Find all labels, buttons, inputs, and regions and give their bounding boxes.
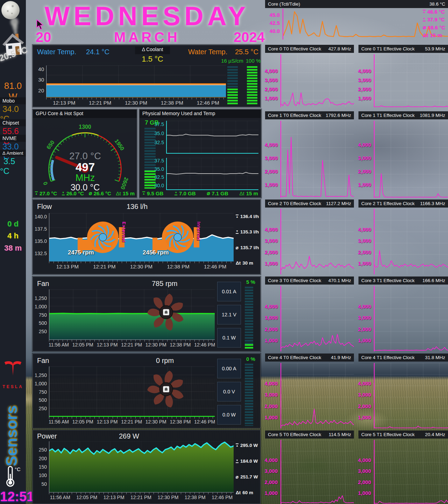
- min-icon: ▼: [423, 18, 426, 21]
- power-x-axis: 11:56 AM12:05 PM12:13 PM12:21 PM12:30 PM…: [47, 495, 236, 500]
- power-stat-max-value: 295.0 W: [240, 443, 258, 448]
- x-tick-label: 12:05 PM: [72, 342, 93, 348]
- fan1-duty-label: 5 %: [242, 279, 259, 285]
- sensors-label: Sensors: [3, 410, 20, 466]
- flow-panel: Flow 136 l/h 140.0137.5135.0132.5 12:13 …: [33, 200, 261, 274]
- avg-icon: ⌀: [89, 190, 92, 196]
- thermo-unit: °C: [15, 466, 21, 472]
- tctl-stat-avg-value: 38.6 °C: [428, 24, 445, 30]
- x-tick-label: 12:05 PM: [72, 419, 93, 425]
- x-tick-label: 12:30 PM: [157, 495, 178, 500]
- tctl-stat-max-value: 46.6 °C: [427, 9, 445, 15]
- y-tick-label: 30: [38, 77, 44, 83]
- pump-external-label: External: [121, 222, 127, 242]
- power-y-axis: 25020015010050: [33, 441, 48, 492]
- x-tick-label: 12:46 PM: [194, 342, 215, 348]
- delta-t-icon: Δt: [240, 190, 244, 196]
- y-tick-label: 137.5: [35, 226, 47, 232]
- min-icon: ▼: [175, 191, 177, 195]
- ambient-label: Δ Ambient: [0, 150, 26, 156]
- memory-stat-min: ▼7.0 GB: [175, 190, 195, 196]
- fan1-power: 0.1 W: [222, 335, 236, 341]
- fan1-voltage: 12.1 V: [222, 312, 236, 317]
- flow-stats: ▲136.4 l/h ▼135.3 l/h ⌀135.7 l/h Δt30 m: [236, 214, 260, 266]
- min-icon: ▼: [236, 230, 239, 234]
- min-icon: ▼: [62, 191, 65, 195]
- led-lit: [247, 66, 257, 105]
- avg-icon: ⌀: [423, 24, 426, 30]
- chipset-label: Chipset: [0, 119, 26, 126]
- avg-icon: ⌀: [236, 245, 239, 250]
- flow-stat-max: ▲136.4 l/h: [236, 214, 260, 219]
- power-title: Power: [37, 432, 57, 440]
- mouse-cursor: [36, 20, 44, 31]
- fan1-y-axis: 1,2501,000750500250: [33, 289, 48, 340]
- fan1-x-axis: 11:56 AM12:05 PM12:13 PM12:21 PM12:30 PM…: [47, 342, 217, 348]
- coolant-delta-label: Δ Coolant: [135, 47, 170, 54]
- water-x-axis: 12:13 PM12:21 PM12:30 PM12:38 PM12:46 PM: [46, 100, 226, 106]
- x-tick-label: 12:38 PM: [170, 419, 191, 425]
- x-tick-label: 12:46 PM: [204, 264, 226, 270]
- gpu-stats-row: ▲27.0 °C ▼26.0 °C ⌀26.6 °C Δt15 m: [35, 190, 135, 196]
- x-tick-label: 12:05 PM: [76, 495, 97, 500]
- x-tick-label: 12:21 PM: [121, 342, 142, 348]
- y-tick-label: 42.5: [270, 20, 280, 26]
- flow-title: Flow: [37, 203, 52, 211]
- y-tick-label: 500: [39, 320, 47, 326]
- tctl-stat-dt: Δt15 m: [423, 32, 442, 38]
- fan2-value: 0 rpm: [156, 357, 174, 365]
- cpu-tctl-y-axis: 45.042.540.0: [265, 9, 281, 39]
- y-tick-label: 150: [39, 464, 47, 470]
- flow-stat-dt-value: 30 m: [242, 260, 253, 266]
- memory-temp-y-axis-1: 37.535.032.5: [153, 121, 165, 154]
- memory-temp-chart-2: [166, 158, 258, 190]
- y-tick-label: 32.5: [155, 174, 164, 180]
- delta-t-icon: Δt: [116, 190, 121, 196]
- memory-stat-max: ▲9.5 GB: [142, 190, 163, 196]
- y-tick-label: 20: [38, 87, 44, 93]
- y-tick-label: 750: [39, 312, 47, 318]
- fan2-voltage-box: 0.0 V: [217, 382, 241, 401]
- memory-stat-avg-value: 7.1 GB: [212, 190, 228, 196]
- y-tick-label: 50: [41, 481, 47, 487]
- sidebar: 20.5 °C 81.0 W Mobo 34.0 °C Chipset 55.6…: [0, 0, 26, 504]
- x-tick-label: 12:30 PM: [145, 419, 166, 425]
- gpu-panel-title: GPU Core & Hot Spot: [33, 110, 137, 118]
- fan2-chart: [49, 366, 215, 417]
- water-y-axis: 403020: [33, 65, 45, 98]
- fan1-chart: [49, 289, 215, 340]
- flow-value: 136 l/h: [127, 203, 148, 211]
- x-tick-label: 11:56 AM: [49, 342, 69, 348]
- y-tick-label: 40.0: [270, 28, 280, 34]
- x-tick-label: 12:46 PM: [194, 419, 215, 425]
- led-unlit: [227, 66, 238, 89]
- x-tick-label: 12:21 PM: [130, 495, 151, 500]
- water-quality-value: 100 %: [246, 58, 261, 64]
- x-tick-label: 11:56 AM: [49, 419, 69, 425]
- coolant-delta-value: 1.5 °C: [135, 55, 170, 64]
- x-tick-label: 12:21 PM: [121, 419, 142, 425]
- power-stat-dt: Δt60 m: [236, 490, 260, 495]
- led-lit: [227, 89, 238, 105]
- flow-stat-min-value: 135.3 l/h: [240, 229, 259, 234]
- gpu-stat-avg-value: 26.6 °C: [94, 190, 111, 196]
- y-tick-label: 100: [39, 472, 47, 478]
- y-tick-label: 37.5: [155, 158, 164, 163]
- fan2-y-axis: 1,2501,000750500250: [33, 366, 48, 417]
- uptime-minutes: 38 m: [0, 244, 26, 253]
- moon-icon: [1, 1, 20, 19]
- fan2-voltage: 0.0 V: [223, 389, 235, 394]
- min-icon: ▼: [236, 459, 239, 463]
- memory-temp-y-axis-2: 37.535.032.530.0: [153, 158, 165, 190]
- power-value: 269 W: [119, 432, 139, 440]
- uptime-days: 0 d: [0, 219, 26, 229]
- tctl-stat-dt-value: 15 m: [430, 32, 442, 38]
- memory-stat-min-value: 7.0 GB: [179, 190, 196, 196]
- memory-stat-max-value: 9.5 GB: [147, 190, 164, 196]
- y-tick-label: 32.5: [155, 140, 164, 145]
- water-temp-panel: Water Temp. 24.1 °C Δ Coolant 1.5 °C Wat…: [33, 45, 261, 107]
- x-tick-label: 12:38 PM: [185, 495, 206, 500]
- gpu-stat-min-value: 26.0 °C: [66, 190, 84, 196]
- power-stat-avg-value: 251.7 W: [240, 474, 258, 479]
- fan1-voltage-box: 12.1 V: [217, 305, 241, 324]
